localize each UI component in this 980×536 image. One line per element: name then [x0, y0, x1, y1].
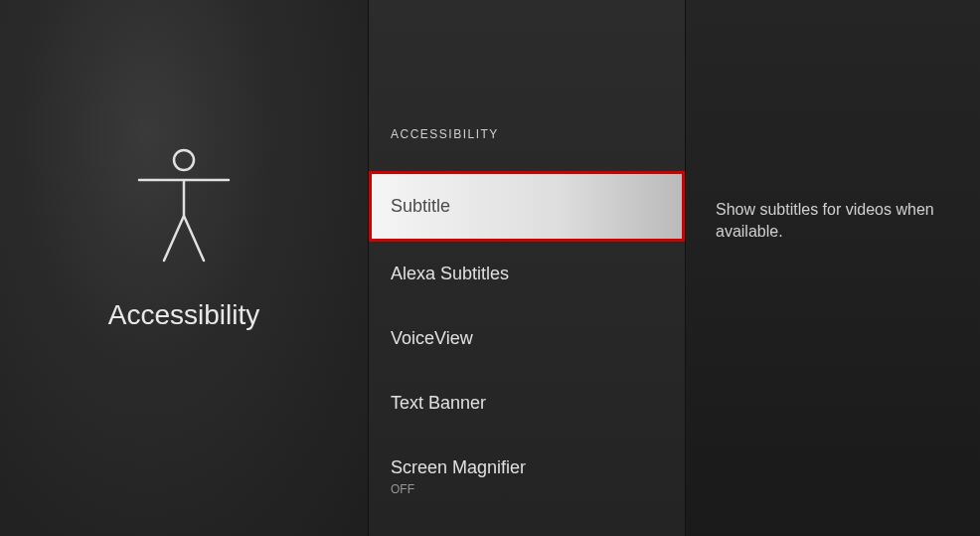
- menu-item-screen-magnifier[interactable]: Screen Magnifier OFF: [369, 436, 685, 518]
- item-description: Show subtitles for videos when available…: [716, 199, 950, 244]
- menu-item-text-banner[interactable]: Text Banner: [369, 371, 685, 436]
- page-title: Accessibility: [108, 299, 259, 331]
- menu-item-label: VoiceView: [391, 328, 663, 349]
- accessibility-icon: [134, 146, 234, 269]
- menu-item-voiceview[interactable]: VoiceView: [369, 306, 685, 371]
- settings-menu: ACCESSIBILITY Subtitle Alexa Subtitles V…: [368, 0, 686, 536]
- menu-item-subtitle[interactable]: Subtitle: [369, 171, 685, 242]
- menu-item-label: Screen Magnifier: [391, 457, 663, 478]
- menu-item-status: OFF: [391, 482, 663, 496]
- menu-item-label: Subtitle: [391, 196, 663, 217]
- menu-item-alexa-subtitles[interactable]: Alexa Subtitles: [369, 242, 685, 306]
- section-header: ACCESSIBILITY: [369, 127, 685, 141]
- menu-item-label: Alexa Subtitles: [391, 264, 663, 284]
- menu-item-label: Text Banner: [391, 393, 663, 414]
- left-panel: Accessibility: [0, 0, 368, 536]
- description-panel: Show subtitles for videos when available…: [686, 0, 980, 536]
- svg-point-0: [174, 150, 194, 170]
